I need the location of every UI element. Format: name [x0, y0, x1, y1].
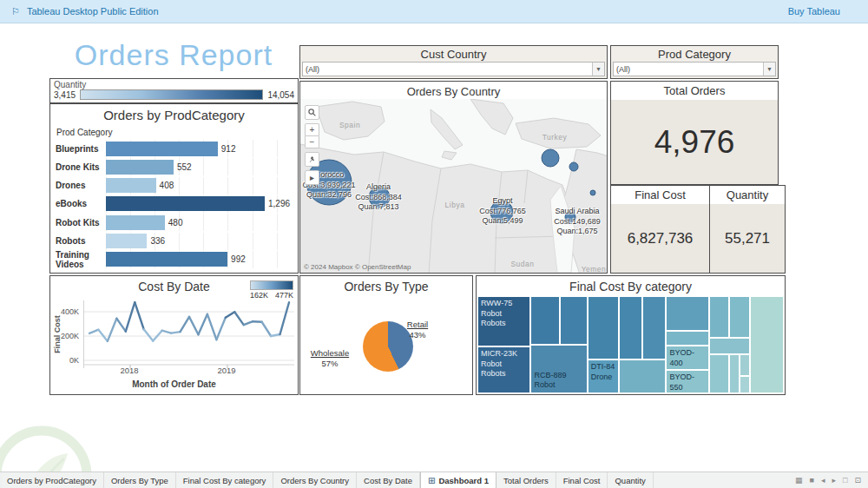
tab-dashboard-1[interactable]: ⊞Dashboard 1 [420, 472, 496, 488]
tab-label: Final Cost [563, 476, 601, 485]
map-annotation-algeria: AlgeriaCost:868,384Quan:7,813 [355, 182, 402, 213]
treemap-cell[interactable] [619, 296, 642, 359]
line-segment[interactable] [198, 314, 207, 335]
buy-tableau-link[interactable]: Buy Tableau [788, 6, 840, 16]
line-segment[interactable] [234, 312, 243, 325]
quantity-card: Quantity 55,271 [709, 185, 786, 274]
next-sheet-icon[interactable]: ▸ [832, 476, 836, 485]
treemap-cell[interactable] [709, 354, 729, 393]
tab-cost-by-date[interactable]: Cost By Date [357, 472, 420, 488]
treemap-cell[interactable] [530, 296, 560, 345]
bar-value-label: 552 [177, 162, 192, 172]
chevron-down-icon[interactable]: ▼ [763, 63, 775, 76]
tab-label: Cost By Date [364, 476, 412, 485]
line-segment[interactable] [98, 330, 107, 341]
cust-country-dropdown[interactable]: (All) ▼ [302, 62, 605, 76]
bar-mark[interactable] [106, 160, 174, 175]
bar-track: 552 [106, 158, 294, 175]
prod-category-filter: Prod Category (All) ▼ [610, 45, 779, 79]
map-mark-syria[interactable] [542, 149, 559, 167]
bar-row: Training Videos992 [56, 251, 294, 268]
treemap-cell[interactable] [740, 376, 750, 393]
treemap-cell-label: BYOD-400 [667, 346, 707, 370]
treemap-cell-rcb-889-robot[interactable]: RCB-889 Robot [530, 345, 587, 393]
line-segment[interactable] [126, 302, 135, 331]
line-segment[interactable] [280, 302, 289, 334]
line-segment[interactable] [135, 302, 143, 329]
presentation-mode-icon[interactable]: ⊡ [854, 476, 861, 485]
treemap-cell-byod-550[interactable]: BYOD-550 [666, 370, 708, 393]
map-mark-iraq-south[interactable] [590, 190, 595, 195]
line-segment[interactable] [162, 331, 171, 333]
bar-mark[interactable] [106, 252, 227, 267]
treemap-cell[interactable] [709, 296, 729, 338]
legend-gradient-bar [80, 89, 263, 100]
tab-orders-by-prodcategory[interactable]: Orders by ProdCategory [0, 472, 104, 488]
tab-final-cost[interactable]: Final Cost [556, 472, 608, 488]
line-segment[interactable] [189, 317, 198, 334]
bar-mark[interactable] [106, 234, 147, 248]
bar-track: 480 [106, 214, 294, 231]
bar-mark[interactable] [106, 142, 218, 156]
line-legend-gradient [250, 280, 293, 290]
filmstrip-icon[interactable]: ▦ [795, 476, 803, 485]
map-pin-icon[interactable] [305, 152, 319, 167]
tab-label: Orders By Type [111, 476, 168, 485]
line-segment[interactable] [108, 319, 116, 341]
y-tick-0k: 0K [50, 356, 79, 365]
treemap-cell[interactable] [666, 331, 708, 346]
tab-orders-by-country[interactable]: Orders By Country [273, 472, 357, 488]
treemap-cell-dti-84[interactable]: DTI-84Drone [588, 359, 619, 393]
treemap-cell[interactable] [588, 296, 619, 359]
map-search-icon[interactable] [305, 105, 319, 120]
treemap-cell[interactable] [560, 296, 588, 345]
bar-chart-plot: Blueprints912Drone Kits552Drones408eBook… [56, 140, 294, 268]
treemap-cell[interactable] [709, 338, 750, 354]
geo-label-libya: Libya [445, 201, 465, 209]
line-segment[interactable] [89, 330, 98, 333]
previous-sheet-icon[interactable]: ◂ [821, 476, 825, 485]
treemap-cell[interactable] [729, 354, 740, 393]
treemap-cell-byod-400[interactable]: BYOD-400 [666, 346, 708, 370]
map-canvas[interactable]: SpainTurkeyLibyaSudanYemen MoroccoCost:3… [300, 99, 607, 273]
line-segment[interactable] [226, 312, 234, 317]
bar-mark[interactable] [106, 215, 165, 230]
tab-quantity[interactable]: Quantity [608, 472, 653, 488]
treemap-cell[interactable] [642, 296, 667, 359]
treemap-cell[interactable] [666, 296, 708, 331]
line-segment[interactable] [244, 321, 253, 325]
treemap-cell[interactable] [750, 296, 784, 393]
bar-mark[interactable] [106, 196, 265, 211]
map-annotation-egypt: EgyptCost:776,765Quan:5,499 [479, 196, 526, 227]
line-segment[interactable] [171, 332, 180, 333]
treemap-cell-micr-23k[interactable]: MICR-23KRobotRobots [477, 346, 530, 393]
tab-orders-by-type[interactable]: Orders By Type [104, 472, 176, 488]
bar-mark[interactable] [106, 178, 156, 193]
map-expand-arrow-icon[interactable]: ▸ [305, 170, 319, 185]
final-cost-by-category-chart: Final Cost By category RWW-75RobotRobots… [476, 275, 786, 395]
treemap-cell[interactable] [729, 296, 750, 338]
bar-chart-axis-header: Prod Category [56, 128, 112, 137]
line-segment[interactable] [253, 321, 261, 322]
tab-total-orders[interactable]: Total Orders [496, 472, 556, 488]
map-zoom-in-icon[interactable]: + [305, 123, 319, 135]
line-segment[interactable] [116, 319, 125, 332]
line-segment[interactable] [144, 329, 153, 340]
new-sheet-icon[interactable]: □ [843, 476, 847, 485]
sheet-sorter-icon[interactable]: ■ [810, 476, 814, 485]
line-segment[interactable] [181, 317, 189, 332]
line-chart-plot[interactable] [83, 300, 294, 368]
treemap-cell[interactable] [740, 354, 750, 376]
total-orders-card: Total Orders 4,976 [610, 81, 779, 185]
map-zoom-out-icon[interactable]: − [305, 135, 319, 148]
tab-final-cost-by-category[interactable]: Final Cost By category [176, 472, 274, 488]
quantity-title: Quantity [710, 186, 785, 204]
line-segment[interactable] [262, 322, 271, 336]
treemap-cell-rww-75[interactable]: RWW-75RobotRobots [477, 296, 530, 346]
tab-label: Final Cost By category [183, 476, 266, 485]
treemap-cell[interactable] [619, 359, 666, 393]
map-mark-iraq-north[interactable] [569, 162, 578, 171]
chevron-down-icon[interactable]: ▼ [592, 63, 604, 76]
prod-category-dropdown[interactable]: (All) ▼ [613, 62, 776, 76]
final-cost-title: Final Cost [611, 186, 709, 204]
